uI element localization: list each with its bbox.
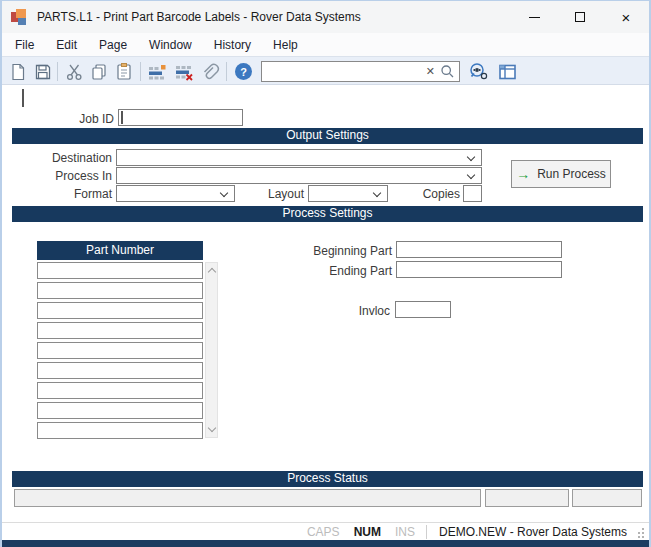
part-number-input[interactable]	[37, 302, 203, 319]
text-caret	[22, 89, 24, 107]
find-preview-icon	[468, 62, 489, 81]
part-list-scrollbar[interactable]	[205, 262, 218, 438]
run-process-label: Run Process	[537, 167, 606, 181]
help-icon: ?	[234, 62, 253, 81]
run-process-button[interactable]: → Run Process	[511, 160, 611, 188]
format-select[interactable]	[116, 185, 235, 202]
minimize-button[interactable]	[511, 1, 557, 33]
paste-button[interactable]	[112, 60, 136, 83]
chevron-down-icon	[467, 153, 475, 161]
toolbar-separator	[226, 62, 227, 81]
process-status-counter-box	[485, 489, 569, 507]
status-bar: CAPS NUM INS DEMO.NEW - Rover Data Syste…	[2, 522, 649, 540]
part-number-input[interactable]	[37, 402, 203, 419]
chevron-down-icon	[220, 189, 228, 197]
invloc-label: Invloc	[322, 304, 390, 318]
process-status-time-box	[572, 489, 642, 507]
window-controls: ×	[511, 1, 649, 33]
new-document-button[interactable]	[6, 60, 30, 83]
copies-input[interactable]	[463, 185, 482, 202]
part-number-input[interactable]	[37, 382, 203, 399]
part-number-column-header: Part Number	[37, 241, 203, 260]
process-status-header: Process Status	[12, 471, 643, 487]
part-number-input[interactable]	[37, 282, 203, 299]
search-clear-icon[interactable]: ✕	[421, 65, 440, 78]
table-layout-button[interactable]	[495, 60, 519, 83]
maximize-button[interactable]	[557, 1, 603, 33]
chevron-down-icon	[467, 171, 475, 179]
menu-bar: File Edit Page Window History Help	[2, 33, 649, 56]
window-title: PARTS.L1 - Print Part Barcode Labels - R…	[37, 10, 361, 24]
ending-part-input[interactable]	[396, 261, 562, 278]
delete-row-button[interactable]	[172, 60, 196, 83]
save-icon	[34, 63, 52, 81]
layout-label: Layout	[242, 187, 304, 201]
app-window: PARTS.L1 - Print Part Barcode Labels - R…	[0, 0, 651, 547]
search-icon[interactable]	[440, 64, 455, 79]
num-indicator: NUM	[354, 525, 381, 539]
toolbar-separator	[57, 62, 58, 81]
ins-indicator: INS	[395, 525, 415, 539]
toolbar-separator	[140, 62, 141, 81]
toolbar-search: ✕	[261, 61, 460, 82]
part-number-input[interactable]	[37, 262, 203, 279]
format-label: Format	[12, 187, 112, 201]
menu-history[interactable]: History	[203, 35, 262, 55]
close-button[interactable]: ×	[603, 1, 649, 33]
resize-grip[interactable]	[635, 526, 645, 538]
process-settings-header: Process Settings	[12, 206, 643, 222]
delete-row-icon	[174, 63, 194, 81]
copy-icon	[90, 63, 108, 81]
part-number-input[interactable]	[37, 422, 203, 439]
close-icon: ×	[622, 10, 631, 25]
part-number-input[interactable]	[37, 342, 203, 359]
window-bottom-frame	[2, 540, 649, 547]
process-status-message-box	[14, 489, 481, 507]
invloc-input[interactable]	[395, 301, 451, 318]
destination-select[interactable]	[116, 149, 482, 166]
menu-edit[interactable]: Edit	[45, 35, 88, 55]
title-bar: PARTS.L1 - Print Part Barcode Labels - R…	[2, 1, 649, 33]
job-id-caret	[121, 111, 123, 124]
part-number-input[interactable]	[37, 322, 203, 339]
scroll-down-icon[interactable]	[208, 424, 216, 432]
new-document-icon	[9, 63, 27, 81]
layout-select[interactable]	[308, 185, 388, 202]
insert-row-button[interactable]	[145, 60, 169, 83]
chevron-down-icon	[373, 189, 381, 197]
process-in-label: Process In	[12, 169, 112, 183]
svg-text:?: ?	[240, 66, 247, 78]
menu-file[interactable]: File	[4, 35, 45, 55]
session-info: DEMO.NEW - Rover Data Systems	[431, 525, 635, 539]
beginning-part-label: Beginning Part	[282, 244, 392, 258]
copy-button[interactable]	[87, 60, 111, 83]
cut-button[interactable]	[62, 60, 86, 83]
attach-icon	[202, 62, 220, 81]
beginning-part-input[interactable]	[396, 241, 562, 258]
menu-help[interactable]: Help	[262, 35, 309, 55]
ending-part-label: Ending Part	[282, 264, 392, 278]
menu-page[interactable]: Page	[88, 35, 138, 55]
copies-label: Copies	[400, 187, 460, 201]
job-id-input[interactable]	[118, 109, 243, 126]
scroll-up-icon[interactable]	[208, 268, 216, 276]
process-in-select[interactable]	[116, 167, 482, 184]
table-layout-icon	[498, 63, 517, 81]
statusbar-separator	[426, 525, 427, 539]
find-preview-button[interactable]	[466, 60, 490, 83]
part-number-input[interactable]	[37, 362, 203, 379]
search-input[interactable]	[262, 63, 421, 80]
job-id-label: Job ID	[32, 112, 114, 126]
attach-button[interactable]	[199, 60, 223, 83]
minimize-icon	[529, 17, 540, 18]
help-button[interactable]: ?	[231, 60, 255, 83]
app-icon	[11, 9, 29, 25]
paste-icon	[115, 62, 133, 81]
run-arrow-icon: →	[516, 166, 530, 182]
caps-indicator: CAPS	[307, 525, 340, 539]
cut-icon	[65, 63, 84, 81]
insert-row-icon	[147, 63, 167, 81]
save-button[interactable]	[31, 60, 55, 83]
menu-window[interactable]: Window	[138, 35, 203, 55]
toolbar: ? ✕	[2, 56, 649, 85]
